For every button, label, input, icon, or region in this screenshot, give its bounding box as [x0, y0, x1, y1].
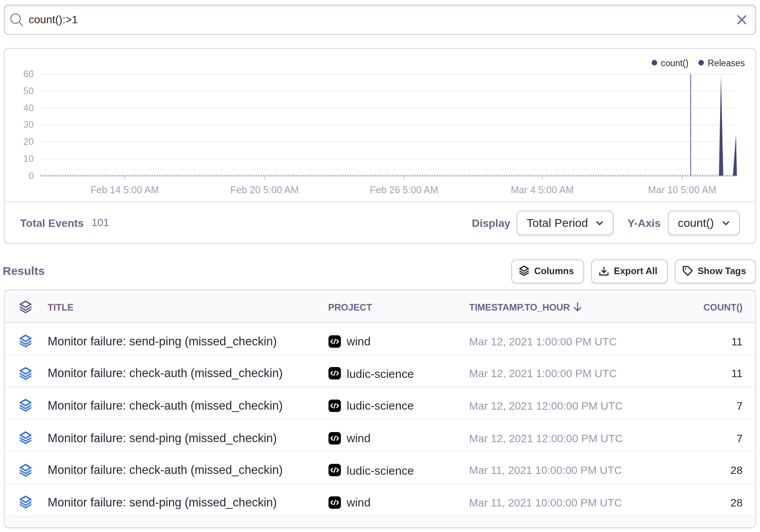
- svg-text:60: 60: [23, 68, 34, 79]
- svg-text:Mar 4 5:00 AM: Mar 4 5:00 AM: [511, 184, 574, 195]
- svg-text:Releases: Releases: [708, 58, 745, 68]
- svg-text:50: 50: [23, 85, 34, 96]
- svg-text:20: 20: [23, 136, 34, 146]
- svg-text:Feb 14 5:00 AM: Feb 14 5:00 AM: [91, 184, 159, 195]
- svg-text:30: 30: [23, 119, 34, 129]
- svg-text:count(): count(): [661, 58, 689, 68]
- svg-text:40: 40: [23, 102, 34, 113]
- svg-text:Mar 10 5:00 AM: Mar 10 5:00 AM: [648, 184, 716, 195]
- svg-text:0: 0: [29, 170, 34, 180]
- svg-text:Feb 26 5:00 AM: Feb 26 5:00 AM: [370, 184, 438, 195]
- svg-text:Feb 20 5:00 AM: Feb 20 5:00 AM: [230, 184, 299, 195]
- svg-text:10: 10: [23, 153, 34, 163]
